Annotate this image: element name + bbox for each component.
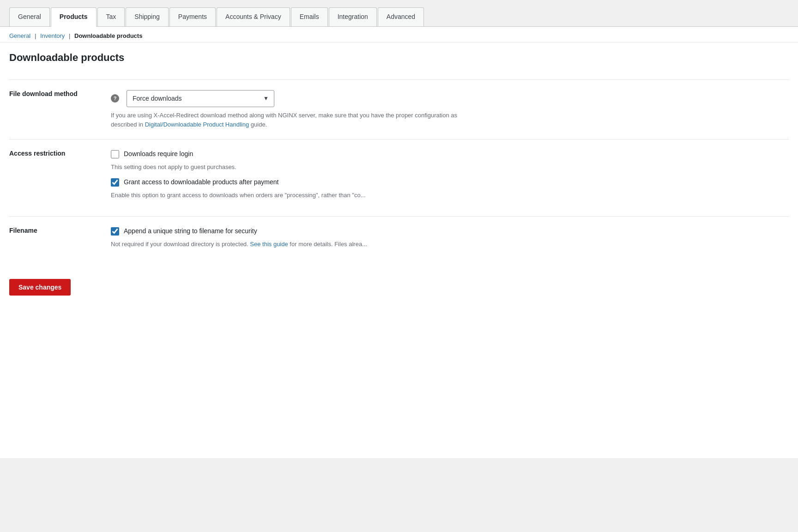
tabs-navigation: General Products Tax Shipping Payments A… bbox=[0, 0, 798, 27]
breadcrumb-current: Downloadable products bbox=[74, 32, 142, 39]
filename-label: Filename bbox=[9, 217, 111, 266]
tab-general[interactable]: General bbox=[9, 7, 50, 26]
breadcrumb-separator-1: | bbox=[35, 32, 36, 39]
help-icon-file-download[interactable]: ? bbox=[111, 94, 119, 103]
filename-content: Append a unique string to filename for s… bbox=[111, 217, 789, 266]
append-unique-string-row: Append a unique string to filename for s… bbox=[111, 227, 789, 236]
file-download-description: If you are using X-Accel-Redirect downlo… bbox=[111, 111, 480, 129]
downloads-require-login-label[interactable]: Downloads require login bbox=[124, 150, 193, 159]
grant-access-group: Grant access to downloadable products af… bbox=[111, 178, 789, 200]
access-restriction-row: Access restriction Downloads require log… bbox=[9, 139, 789, 217]
downloads-require-login-row: Downloads require login bbox=[111, 150, 789, 159]
tab-emails[interactable]: Emails bbox=[291, 7, 328, 26]
tab-products[interactable]: Products bbox=[51, 7, 97, 27]
breadcrumb-inventory-link[interactable]: Inventory bbox=[40, 32, 65, 39]
breadcrumb-separator-2: | bbox=[69, 32, 70, 39]
settings-table: File download method ? Force downloads X… bbox=[9, 79, 789, 266]
file-download-row: File download method ? Force downloads X… bbox=[9, 79, 789, 139]
tab-shipping[interactable]: Shipping bbox=[126, 7, 169, 26]
append-unique-string-label[interactable]: Append a unique string to filename for s… bbox=[124, 227, 257, 236]
main-content: Downloadable products File download meth… bbox=[0, 42, 798, 458]
grant-access-label[interactable]: Grant access to downloadable products af… bbox=[124, 178, 278, 187]
filename-description-suffix: for more details. Files alrea... bbox=[288, 241, 367, 248]
page-title: Downloadable products bbox=[9, 52, 789, 68]
tab-integration[interactable]: Integration bbox=[329, 7, 377, 26]
file-download-label: File download method bbox=[9, 79, 111, 139]
breadcrumb: General | Inventory | Downloadable produ… bbox=[0, 27, 798, 42]
filename-description-prefix: Not required if your download directory … bbox=[111, 241, 250, 248]
filename-checkbox-group: Append a unique string to filename for s… bbox=[111, 227, 789, 248]
file-download-select[interactable]: Force downloads X-Accel-Redirect Redirec… bbox=[127, 90, 274, 108]
access-restriction-label: Access restriction bbox=[9, 139, 111, 217]
append-unique-string-checkbox[interactable] bbox=[111, 227, 119, 236]
downloads-require-login-group: Downloads require login This setting doe… bbox=[111, 150, 789, 171]
filename-row: Filename Append a unique string to filen… bbox=[9, 217, 789, 266]
tab-payments[interactable]: Payments bbox=[169, 7, 216, 26]
file-download-description-link[interactable]: Digital/Downloadable Product Handling bbox=[145, 121, 249, 128]
filename-description: Not required if your download directory … bbox=[111, 240, 480, 249]
downloads-require-login-checkbox[interactable] bbox=[111, 150, 119, 158]
access-restriction-content: Downloads require login This setting doe… bbox=[111, 139, 789, 217]
downloads-require-login-description: This setting does not apply to guest pur… bbox=[111, 163, 480, 172]
file-download-description-suffix: guide. bbox=[249, 121, 267, 128]
file-download-select-wrapper: Force downloads X-Accel-Redirect Redirec… bbox=[127, 90, 274, 108]
grant-access-description: Enable this option to grant access to do… bbox=[111, 191, 480, 200]
tab-advanced[interactable]: Advanced bbox=[378, 7, 424, 26]
tab-accounts-privacy[interactable]: Accounts & Privacy bbox=[217, 7, 290, 26]
file-download-content: ? Force downloads X-Accel-Redirect Redir… bbox=[111, 79, 789, 139]
save-changes-button[interactable]: Save changes bbox=[9, 279, 71, 296]
grant-access-row: Grant access to downloadable products af… bbox=[111, 178, 789, 187]
filename-description-link[interactable]: See this guide bbox=[250, 241, 288, 248]
breadcrumb-general-link[interactable]: General bbox=[9, 32, 30, 39]
grant-access-checkbox[interactable] bbox=[111, 178, 119, 187]
tab-tax[interactable]: Tax bbox=[97, 7, 125, 26]
